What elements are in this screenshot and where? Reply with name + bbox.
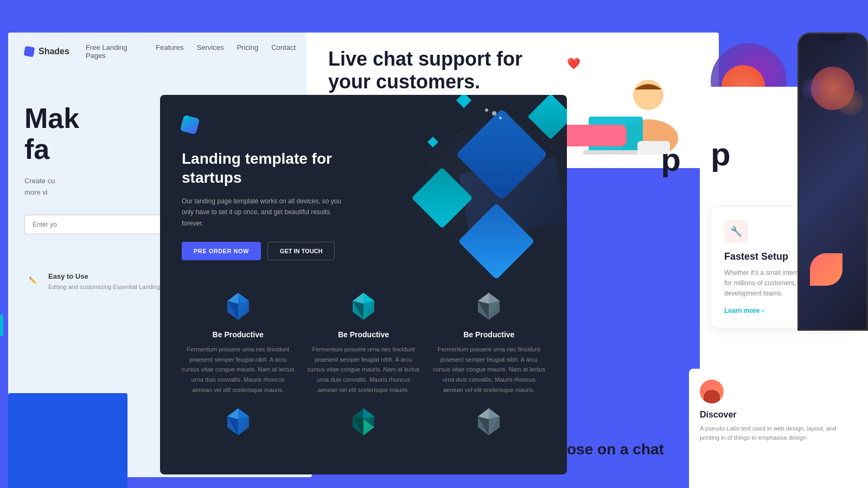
dark-logo <box>180 115 200 135</box>
dark-features-row2 <box>182 406 545 457</box>
nav-logo: Shades <box>24 47 69 56</box>
feature-desc-3: Fermentum posuere urna nec tincidunt pra… <box>433 344 545 395</box>
gem-icon-3 <box>473 290 505 323</box>
feature-title-1: Be Productive <box>182 330 294 339</box>
discover-section: Discover A pseudo-Latin text used in web… <box>689 369 868 488</box>
learn-more-text: Learn more <box>724 307 760 314</box>
discover-avatar <box>700 380 724 403</box>
wrench-icon: 🔧 <box>724 220 748 243</box>
dark-feature-item-4 <box>182 406 294 446</box>
feature-icon-2 <box>347 290 380 323</box>
pre-order-button[interactable]: PRE ORDER NOW <box>182 242 261 260</box>
phone-notch <box>819 34 846 41</box>
hero-sub: Create cumore vi <box>24 176 176 198</box>
gem-icon-5 <box>347 406 380 438</box>
dark-features-grid: Be Productive Fermentum posuere urna nec… <box>182 290 545 395</box>
gem-icon-1 <box>222 290 254 323</box>
geo-dot-1 <box>492 111 496 115</box>
nav-link-3[interactable]: Services <box>197 43 224 60</box>
gem-icon-6 <box>473 406 505 438</box>
hero-title-text: Makfa <box>24 102 79 165</box>
blue-card-bottom <box>8 393 127 488</box>
partial-p-text: p <box>711 136 731 173</box>
arrow-icon: › <box>762 307 764 314</box>
dark-landing-page: Landing template for startups Our landin… <box>160 95 567 474</box>
feature-icon-3 <box>473 290 505 323</box>
feature-title-3: Be Productive <box>433 330 545 339</box>
nav-links: Free Landing Pages Features Services Pri… <box>86 43 296 60</box>
nav-bar: Shades Free Landing Pages Features Servi… <box>8 33 312 70</box>
dark-feature-item-3: Be Productive Fermentum posuere urna nec… <box>433 290 545 395</box>
geo-diamond-sm <box>456 95 471 108</box>
geo-dot-2 <box>485 108 488 112</box>
feature-title-2: Be Productive <box>307 330 419 339</box>
dark-feature-item-5 <box>307 406 419 446</box>
feature-icon-4 <box>222 406 254 438</box>
phone-circle-3 <box>802 78 824 99</box>
geo-diamond-md <box>528 95 567 139</box>
feature-desc-1: Fermentum posuere urna nec tincidunt pra… <box>182 344 294 395</box>
phone-mockup <box>797 33 868 331</box>
illustration-side: ❤️ <box>545 46 697 155</box>
gem-icon-4 <box>222 406 254 438</box>
gem-icon-2 <box>347 290 380 323</box>
heart-icon: ❤️ <box>567 57 580 70</box>
dark-hero-sub: Our landing page template works on all d… <box>182 196 344 229</box>
dark-feature-item-1: Be Productive Fermentum posuere urna nec… <box>182 290 294 395</box>
partial-text-top: p <box>661 141 681 178</box>
nav-link-1[interactable]: Free Landing Pages <box>86 43 143 60</box>
logo-text: Shades <box>39 47 69 56</box>
get-in-touch-button[interactable]: GET IN TOUCH <box>267 242 335 260</box>
discover-desc: A pseudo-Latin text used in web design, … <box>700 424 857 442</box>
teal-accent-bar <box>0 314 3 336</box>
dark-feature-item-2: Be Productive Fermentum posuere urna nec… <box>307 290 419 395</box>
phone-screen <box>799 34 866 329</box>
pencil-icon <box>24 272 41 288</box>
geo-shapes <box>350 95 567 279</box>
phone-circle-2 <box>837 88 864 115</box>
top-hero-title: Live chat support for your customers. <box>328 48 524 93</box>
geo-diamond-tiny <box>427 137 438 147</box>
discover-title: Discover <box>700 410 857 420</box>
nav-link-2[interactable]: Features <box>156 43 183 60</box>
feature-desc-2: Fermentum posuere urna nec tincidunt pra… <box>307 344 419 395</box>
dark-features: Be Productive Fermentum posuere urna nec… <box>160 279 567 467</box>
feature-icon-6 <box>473 406 505 438</box>
feature-icon-5 <box>347 406 380 438</box>
nav-link-5[interactable]: Contact <box>271 43 296 60</box>
partial-bottom-text: ose on a chat <box>567 441 664 458</box>
geo-dot-3 <box>499 117 502 119</box>
dark-hero-title: Landing template for startups <box>182 149 334 187</box>
feature-icon-1 <box>222 290 254 323</box>
logo-icon <box>24 46 35 57</box>
phone-shape-1 <box>810 253 843 286</box>
dark-hero: Landing template for startups Our landin… <box>160 95 567 279</box>
dark-feature-item-6 <box>433 406 545 446</box>
blue-accent-bar <box>0 163 3 195</box>
nav-link-4[interactable]: Pricing <box>237 43 258 60</box>
